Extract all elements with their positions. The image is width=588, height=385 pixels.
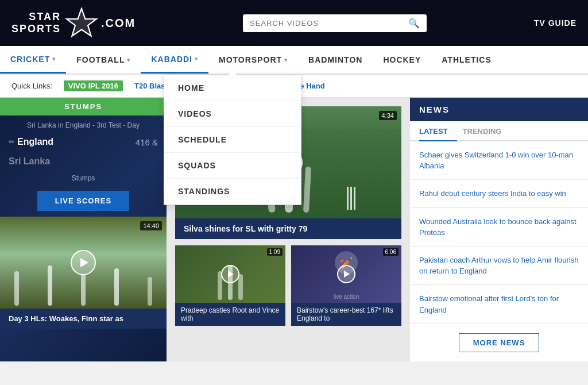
quick-links-label: Quick Links: <box>11 82 52 90</box>
chevron-down-icon: ▾ <box>195 56 198 62</box>
news-link-4[interactable]: Pakistan coach Arthur vows to help Amir … <box>419 256 578 275</box>
nav-item-motorsport[interactable]: MOTORSPORT ▾ <box>208 46 298 74</box>
nav-item-football[interactable]: FOOTBALL ▾ <box>66 46 141 74</box>
team1-row: ✏ England 416 & <box>0 132 167 152</box>
quick-link-t20blast[interactable]: T20 Blast <box>134 82 168 90</box>
chevron-down-icon: ▾ <box>52 56 56 62</box>
dropdown-item-videos[interactable]: VIDEOS <box>164 101 301 127</box>
news-item-1[interactable]: Schaer gives Switzerland 1-0 win over 10… <box>410 141 588 180</box>
logo[interactable]: STAR SPORTS .COM <box>11 7 136 39</box>
news-link-1[interactable]: Schaer gives Switzerland 1-0 win over 10… <box>419 151 573 170</box>
dropdown-item-schedule[interactable]: SCHEDULE <box>164 127 301 153</box>
stumps-badge: STUMPS <box>0 98 167 116</box>
tv-guide-button[interactable]: TV GUIDE <box>534 18 577 28</box>
news-panel: NEWS LATEST TRENDING Schaer gives Switze… <box>410 98 588 361</box>
search-icon: 🔍 <box>408 18 420 29</box>
sidebar-video-thumb[interactable]: 14:40 <box>0 217 167 309</box>
main-video-duration: 4:34 <box>379 111 397 120</box>
play-triangle-icon <box>80 258 88 267</box>
chevron-down-icon: ▾ <box>127 57 130 63</box>
news-link-5[interactable]: Bairstow emotional after first Lord's to… <box>419 294 559 314</box>
news-link-2[interactable]: Rahul debut century steers India to easy… <box>419 189 566 198</box>
chevron-down-icon: ▾ <box>284 57 288 63</box>
news-item-3[interactable]: Wounded Australia look to bounce back ag… <box>410 208 588 247</box>
star-icon <box>64 7 99 39</box>
search-bar[interactable]: 🔍 <box>243 14 427 32</box>
small-videos-row: 1:09 Pradeep castles Root and Vince with… <box>175 245 401 326</box>
live-scores-button[interactable]: LIVE SCORES <box>37 191 129 211</box>
play-icon <box>228 271 234 278</box>
more-news-button[interactable]: MORE NEWS <box>459 333 540 352</box>
small-video-2-duration: 6:06 <box>383 248 399 256</box>
small-video-1-thumb: 1:09 <box>175 245 285 303</box>
logo-text-sports: SPORTS <box>11 23 61 35</box>
sidebar-video-duration: 14:40 <box>140 221 162 230</box>
news-item-2[interactable]: Rahul debut century steers India to easy… <box>410 180 588 207</box>
dropdown-item-squads[interactable]: SQUADS <box>164 153 301 179</box>
news-header: NEWS <box>410 98 588 121</box>
nav-item-athletics[interactable]: ATHLETICS <box>431 46 502 74</box>
news-item-5[interactable]: Bairstow emotional after first Lord's to… <box>410 285 588 324</box>
team2-row: Sri Lanka <box>0 152 167 171</box>
small-play-button-2[interactable] <box>337 265 355 283</box>
team1-score: 416 & <box>136 137 158 147</box>
nav-item-badminton[interactable]: BADMINTON <box>298 46 373 74</box>
small-video-2-caption: Bairstow's career-best 167* lifts Englan… <box>291 303 401 326</box>
news-link-3[interactable]: Wounded Australia look to bounce back ag… <box>419 217 577 237</box>
small-video-2-thumb: 🏏 live action 6:06 <box>291 245 401 303</box>
logo-dotcom: .COM <box>101 17 136 30</box>
kabaddi-dropdown: HOME VIDEOS SCHEDULE SQUADS STANDINGS <box>164 75 301 205</box>
score-sidebar: STUMPS Sri Lanka in England - 3rd Test -… <box>0 98 167 361</box>
edit-icon: ✏ <box>9 138 14 146</box>
small-video-1[interactable]: 1:09 Pradeep castles Root and Vince with <box>175 245 285 326</box>
small-video-1-duration: 1:09 <box>267 248 283 256</box>
play-icon <box>344 271 350 278</box>
nav-item-cricket[interactable]: CRICKET ▾ <box>0 46 66 74</box>
dropdown-arrow <box>228 71 237 75</box>
news-tab-trending[interactable]: TRENDING <box>463 121 511 140</box>
main-video-title: Silva shines for SL with gritty 79 <box>175 218 401 239</box>
team1-name: England <box>17 137 53 147</box>
team2-name: Sri Lanka <box>9 156 50 167</box>
sidebar-play-button[interactable] <box>71 250 96 275</box>
header: STAR SPORTS .COM 🔍 TV GUIDE <box>0 0 588 46</box>
stumps-label: Stumps <box>0 171 167 185</box>
quick-link-vivo[interactable]: VIVO IPL 2016 <box>64 80 123 91</box>
dropdown-item-home[interactable]: HOME <box>164 75 301 101</box>
match-title: Sri Lanka in England - 3rd Test - Day <box>0 116 167 132</box>
dropdown-item-standings[interactable]: STANDINGS <box>164 179 301 205</box>
small-play-button-1[interactable] <box>221 265 239 283</box>
search-input[interactable] <box>250 19 408 28</box>
sidebar-video-caption: Day 3 HLs: Woakes, Finn star as <box>0 309 167 329</box>
news-tab-latest[interactable]: LATEST <box>419 121 457 141</box>
small-video-1-caption: Pradeep castles Root and Vince with <box>175 303 285 326</box>
small-video-2[interactable]: 🏏 live action 6:06 Bairstow's career-bes… <box>291 245 401 326</box>
nav-item-hockey[interactable]: HOCKEY <box>373 46 431 74</box>
news-item-4[interactable]: Pakistan coach Arthur vows to help Amir … <box>410 247 588 285</box>
news-tabs: LATEST TRENDING <box>410 121 588 141</box>
logo-text-star: STAR <box>29 11 61 23</box>
nav-item-kabaddi[interactable]: KABADDI ▾ <box>141 46 208 74</box>
main-nav: CRICKET ▾ FOOTBALL ▾ KABADDI ▾ MOTORSPOR… <box>0 46 588 75</box>
